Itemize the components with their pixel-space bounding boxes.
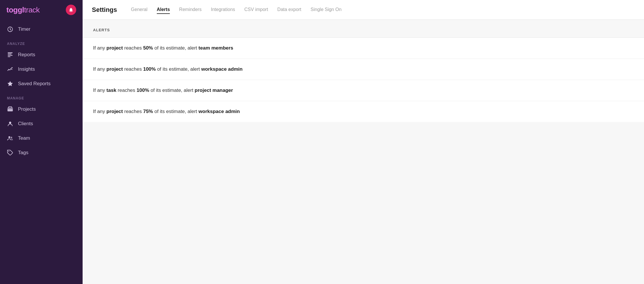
alert-threshold-3: 100% — [137, 88, 149, 93]
alert-entity-1: project — [106, 45, 123, 51]
svg-rect-2 — [8, 54, 12, 54]
svg-rect-5 — [8, 108, 13, 112]
tab-csv-import[interactable]: CSV import — [244, 6, 268, 14]
alert-middle-3: reaches — [116, 88, 137, 93]
sidebar-item-timer[interactable]: Timer — [0, 22, 83, 37]
alert-suffix-3: of its estimate, alert — [149, 88, 195, 93]
alert-entity-2: project — [106, 66, 123, 72]
sidebar-item-label-reports: Reports — [18, 52, 35, 58]
alert-middle-2: reaches — [123, 66, 143, 72]
content-area: ALERTS If any project reaches 50% of its… — [83, 20, 644, 284]
svg-point-8 — [11, 137, 12, 138]
page-title: Settings — [92, 6, 117, 14]
svg-point-6 — [9, 122, 11, 124]
notification-bell[interactable] — [66, 5, 76, 15]
alert-threshold-1: 50% — [143, 45, 153, 51]
alert-recipient-3: project manager — [195, 88, 233, 93]
alert-row: If any project reaches 75% of its estima… — [83, 101, 644, 122]
tab-sso[interactable]: Single Sign On — [311, 6, 342, 14]
sidebar-nav: Timer ANALYZE Reports Insights Saved Rep… — [0, 20, 83, 284]
logo: toggl track — [6, 6, 40, 14]
tab-data-export[interactable]: Data export — [277, 6, 301, 14]
alert-recipient-1: team members — [199, 45, 233, 51]
sidebar-item-label-tags: Tags — [18, 150, 28, 156]
alerts-list: If any project reaches 50% of its estima… — [83, 37, 644, 122]
tab-alerts[interactable]: Alerts — [157, 6, 170, 14]
svg-point-9 — [8, 151, 9, 152]
alerts-section-header: ALERTS — [83, 20, 644, 37]
svg-point-7 — [8, 136, 10, 138]
alert-prefix-4: If any — [93, 109, 106, 114]
tab-reminders[interactable]: Reminders — [179, 6, 201, 14]
sidebar-item-label-saved-reports: Saved Reports — [18, 81, 50, 87]
sidebar-item-reports[interactable]: Reports — [0, 48, 83, 62]
sidebar-item-tags[interactable]: Tags — [0, 145, 83, 160]
alert-prefix-2: If any — [93, 66, 106, 72]
svg-rect-4 — [8, 57, 10, 57]
tab-general[interactable]: General — [131, 6, 148, 14]
logo-track: track — [24, 6, 40, 14]
manage-section-label: MANAGE — [0, 91, 83, 102]
alert-row: If any project reaches 50% of its estima… — [83, 38, 644, 59]
svg-rect-1 — [8, 52, 13, 53]
sidebar-header: toggl track — [0, 0, 83, 20]
sidebar-item-label-projects: Projects — [18, 106, 36, 112]
alert-recipient-4: workspace admin — [199, 109, 240, 114]
alert-entity-4: project — [106, 109, 123, 114]
analyze-section-label: ANALYZE — [0, 37, 83, 48]
alert-middle-1: reaches — [123, 45, 143, 51]
sidebar-item-label-timer: Timer — [18, 26, 30, 32]
alert-row: If any project reaches 100% of its estim… — [83, 59, 644, 80]
sidebar-item-projects[interactable]: Projects — [0, 102, 83, 116]
sidebar-item-saved-reports[interactable]: Saved Reports — [0, 77, 83, 91]
alert-suffix-1: of its estimate, alert — [153, 45, 199, 51]
sidebar-item-clients[interactable]: Clients — [0, 116, 83, 131]
top-bar: Settings General Alerts Reminders Integr… — [83, 0, 644, 20]
sidebar-item-insights[interactable]: Insights — [0, 62, 83, 77]
svg-rect-3 — [8, 55, 13, 56]
main-content: Settings General Alerts Reminders Integr… — [83, 0, 644, 284]
logo-toggl: toggl — [6, 6, 24, 14]
alert-prefix-1: If any — [93, 45, 106, 51]
alert-suffix-2: of its estimate, alert — [156, 66, 201, 72]
alert-middle-4: reaches — [123, 109, 143, 114]
alert-threshold-4: 75% — [143, 109, 153, 114]
alert-threshold-2: 100% — [143, 66, 156, 72]
alert-entity-3: task — [106, 88, 116, 93]
alert-recipient-2: workspace admin — [201, 66, 243, 72]
sidebar-item-label-insights: Insights — [18, 66, 35, 72]
alert-prefix-3: If any — [93, 88, 106, 93]
tab-integrations[interactable]: Integrations — [211, 6, 235, 14]
alert-row: If any task reaches 100% of its estimate… — [83, 80, 644, 101]
sidebar-item-label-clients: Clients — [18, 121, 33, 127]
alert-suffix-4: of its estimate, alert — [153, 109, 199, 114]
sidebar-item-team[interactable]: Team — [0, 131, 83, 145]
sidebar-item-label-team: Team — [18, 135, 30, 141]
sidebar: toggl track Timer ANALYZE Reports Insigh… — [0, 0, 83, 284]
